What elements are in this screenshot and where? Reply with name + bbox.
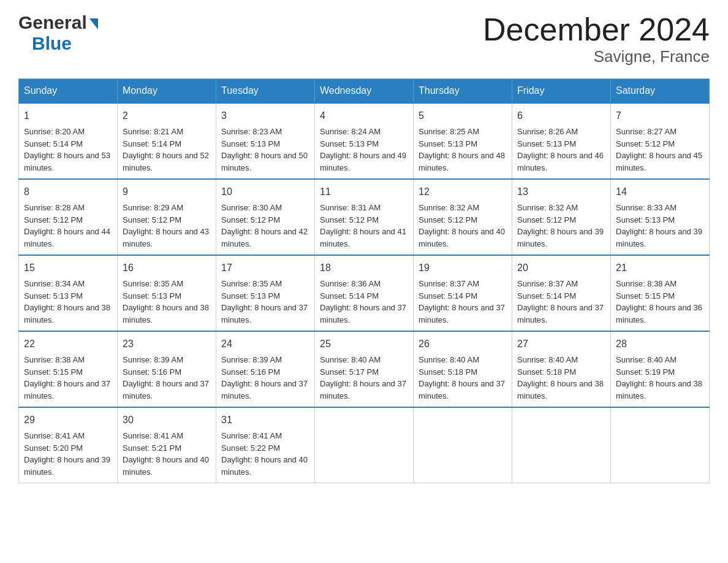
day-sunset: Sunset: 5:21 PM	[123, 443, 181, 453]
day-sunrise: Sunrise: 8:27 AM	[616, 127, 677, 136]
day-sunset: Sunset: 5:13 PM	[24, 291, 83, 301]
day-sunset: Sunset: 5:17 PM	[320, 367, 379, 377]
day-sunrise: Sunrise: 8:40 AM	[320, 355, 381, 364]
day-sunrise: Sunrise: 8:29 AM	[123, 203, 183, 212]
calendar-week-row: 1Sunrise: 8:20 AMSunset: 5:14 PMDaylight…	[19, 103, 710, 179]
calendar-day-cell: 27Sunrise: 8:40 AMSunset: 5:18 PMDayligh…	[512, 331, 611, 407]
day-sunset: Sunset: 5:12 PM	[419, 215, 477, 224]
col-friday: Friday	[512, 79, 611, 104]
day-sunset: Sunset: 5:18 PM	[419, 367, 477, 377]
day-daylight: Daylight: 8 hours and 40 minutes.	[123, 455, 209, 477]
day-sunrise: Sunrise: 8:21 AM	[123, 127, 183, 136]
day-number: 1	[24, 109, 112, 123]
day-sunset: Sunset: 5:14 PM	[320, 291, 379, 301]
day-sunset: Sunset: 5:13 PM	[221, 291, 280, 301]
calendar-week-row: 22Sunrise: 8:38 AMSunset: 5:15 PMDayligh…	[19, 331, 710, 407]
calendar-day-cell: 11Sunrise: 8:31 AMSunset: 5:12 PMDayligh…	[315, 179, 414, 255]
day-number: 9	[123, 185, 211, 199]
day-daylight: Daylight: 8 hours and 37 minutes.	[221, 303, 308, 324]
day-sunset: Sunset: 5:18 PM	[517, 367, 576, 377]
day-number: 24	[221, 337, 309, 351]
day-sunset: Sunset: 5:14 PM	[419, 291, 477, 301]
day-sunrise: Sunrise: 8:25 AM	[419, 127, 479, 136]
calendar-day-cell: 15Sunrise: 8:34 AMSunset: 5:13 PMDayligh…	[19, 255, 118, 331]
day-sunrise: Sunrise: 8:41 AM	[123, 431, 183, 440]
day-daylight: Daylight: 8 hours and 37 minutes.	[419, 379, 505, 400]
day-number: 30	[123, 413, 211, 427]
day-number: 4	[320, 109, 408, 123]
calendar-day-cell: 31Sunrise: 8:41 AMSunset: 5:22 PMDayligh…	[216, 407, 315, 483]
day-sunrise: Sunrise: 8:41 AM	[221, 431, 282, 440]
day-sunset: Sunset: 5:13 PM	[221, 139, 280, 148]
calendar-day-cell: 1Sunrise: 8:20 AMSunset: 5:14 PMDaylight…	[19, 103, 118, 179]
calendar-day-cell: 30Sunrise: 8:41 AMSunset: 5:21 PMDayligh…	[118, 407, 216, 483]
day-daylight: Daylight: 8 hours and 45 minutes.	[616, 151, 702, 172]
day-daylight: Daylight: 8 hours and 37 minutes.	[24, 379, 110, 400]
day-daylight: Daylight: 8 hours and 40 minutes.	[221, 455, 308, 477]
day-daylight: Daylight: 8 hours and 36 minutes.	[616, 303, 702, 324]
day-number: 6	[517, 109, 605, 123]
day-number: 7	[616, 109, 704, 123]
col-sunday: Sunday	[19, 79, 118, 104]
day-daylight: Daylight: 8 hours and 39 minutes.	[616, 227, 702, 248]
day-sunset: Sunset: 5:12 PM	[123, 215, 181, 224]
day-sunset: Sunset: 5:14 PM	[24, 139, 83, 148]
day-number: 5	[419, 109, 507, 123]
day-number: 18	[320, 261, 408, 275]
day-number: 28	[616, 337, 704, 351]
day-number: 17	[221, 261, 309, 275]
day-number: 21	[616, 261, 704, 275]
calendar-day-cell: 2Sunrise: 8:21 AMSunset: 5:14 PMDaylight…	[118, 103, 216, 179]
day-daylight: Daylight: 8 hours and 46 minutes.	[517, 151, 604, 172]
day-daylight: Daylight: 8 hours and 37 minutes.	[517, 303, 604, 324]
page-title: December 2024	[483, 12, 710, 47]
calendar-day-cell: 20Sunrise: 8:37 AMSunset: 5:14 PMDayligh…	[512, 255, 611, 331]
day-sunrise: Sunrise: 8:35 AM	[221, 279, 282, 288]
day-sunrise: Sunrise: 8:38 AM	[616, 279, 677, 288]
day-number: 3	[221, 109, 309, 123]
day-sunrise: Sunrise: 8:28 AM	[24, 203, 85, 212]
day-sunrise: Sunrise: 8:34 AM	[24, 279, 85, 288]
day-number: 12	[419, 185, 507, 199]
day-sunrise: Sunrise: 8:31 AM	[320, 203, 381, 212]
day-number: 19	[419, 261, 507, 275]
day-number: 11	[320, 185, 408, 199]
calendar-day-cell	[414, 407, 512, 483]
day-sunset: Sunset: 5:12 PM	[320, 215, 379, 224]
calendar-week-row: 15Sunrise: 8:34 AMSunset: 5:13 PMDayligh…	[19, 255, 710, 331]
day-sunrise: Sunrise: 8:41 AM	[24, 431, 85, 440]
day-sunset: Sunset: 5:13 PM	[419, 139, 477, 148]
calendar-day-cell: 18Sunrise: 8:36 AMSunset: 5:14 PMDayligh…	[315, 255, 414, 331]
day-number: 25	[320, 337, 408, 351]
day-daylight: Daylight: 8 hours and 50 minutes.	[221, 151, 308, 172]
day-sunset: Sunset: 5:20 PM	[24, 443, 83, 453]
day-sunrise: Sunrise: 8:33 AM	[616, 203, 677, 212]
title-block: December 2024 Savigne, France	[483, 12, 710, 66]
day-daylight: Daylight: 8 hours and 39 minutes.	[24, 455, 110, 477]
day-daylight: Daylight: 8 hours and 43 minutes.	[123, 227, 209, 248]
day-daylight: Daylight: 8 hours and 52 minutes.	[123, 151, 209, 172]
day-sunrise: Sunrise: 8:20 AM	[24, 127, 85, 136]
day-sunset: Sunset: 5:13 PM	[320, 139, 379, 148]
calendar-day-cell: 8Sunrise: 8:28 AMSunset: 5:12 PMDaylight…	[19, 179, 118, 255]
day-number: 10	[221, 185, 309, 199]
day-sunset: Sunset: 5:15 PM	[616, 291, 675, 301]
calendar-day-cell: 17Sunrise: 8:35 AMSunset: 5:13 PMDayligh…	[216, 255, 315, 331]
logo-triangle-icon	[89, 18, 98, 29]
col-monday: Monday	[118, 79, 216, 104]
day-sunrise: Sunrise: 8:38 AM	[24, 355, 85, 364]
day-sunset: Sunset: 5:14 PM	[123, 139, 181, 148]
page-subtitle: Savigne, France	[483, 47, 710, 66]
day-sunrise: Sunrise: 8:37 AM	[517, 279, 578, 288]
day-number: 14	[616, 185, 704, 199]
calendar-day-cell: 26Sunrise: 8:40 AMSunset: 5:18 PMDayligh…	[414, 331, 512, 407]
calendar-day-cell	[512, 407, 611, 483]
day-number: 29	[24, 413, 112, 427]
day-daylight: Daylight: 8 hours and 53 minutes.	[24, 151, 110, 172]
col-wednesday: Wednesday	[315, 79, 414, 104]
calendar-day-cell: 4Sunrise: 8:24 AMSunset: 5:13 PMDaylight…	[315, 103, 414, 179]
day-sunrise: Sunrise: 8:39 AM	[221, 355, 282, 364]
day-number: 20	[517, 261, 605, 275]
day-number: 15	[24, 261, 112, 275]
calendar-day-cell: 9Sunrise: 8:29 AMSunset: 5:12 PMDaylight…	[118, 179, 216, 255]
